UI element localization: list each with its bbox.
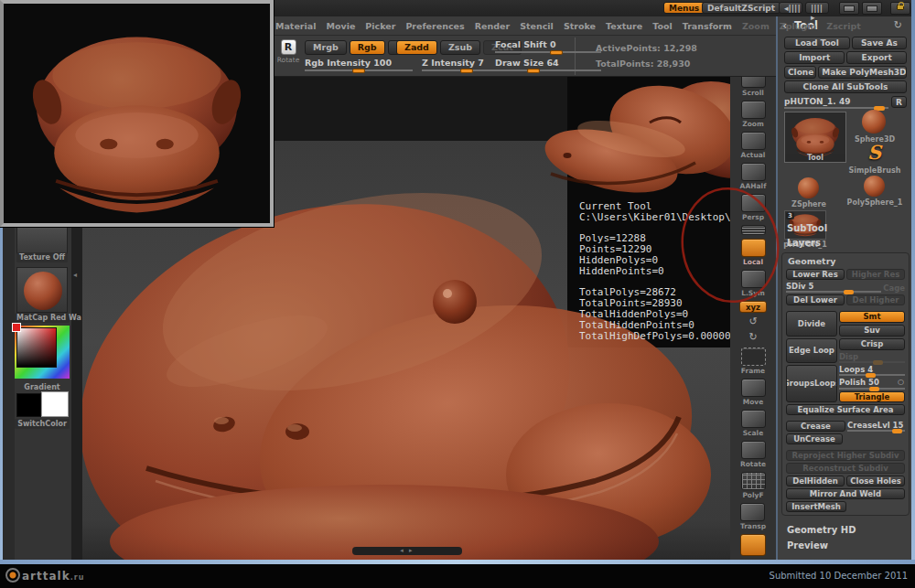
menu-picker[interactable]: Picker: [365, 21, 395, 31]
collapse-arrow-icon[interactable]: ◂: [73, 271, 77, 279]
zsphere-thumb[interactable]: [798, 177, 819, 198]
menu-movie[interactable]: Movie: [326, 21, 355, 31]
polish-slider[interactable]: Polish 50○: [839, 378, 905, 389]
menu-transform[interactable]: Transform: [683, 21, 732, 31]
menu-stroke[interactable]: Stroke: [564, 21, 596, 31]
reconstruct-button: Reconstruct Subdiv: [786, 463, 905, 474]
shelf-l-sym-button[interactable]: L.Sym: [741, 270, 766, 297]
uncrease-button[interactable]: UnCrease: [786, 433, 843, 444]
shelf-spin-left-button[interactable]: ↺: [744, 316, 762, 328]
switch-color-button[interactable]: SwitchColor: [15, 419, 70, 429]
palette-icon[interactable]: [862, 2, 882, 15]
save-as-button[interactable]: Save As: [852, 37, 907, 49]
draw-size-slider[interactable]: Draw Size 64: [495, 58, 601, 71]
rgb-intensity-slider[interactable]: Rgb Intensity 100: [305, 58, 413, 71]
saturation-square[interactable]: [16, 327, 57, 368]
menu-texture[interactable]: Texture: [606, 21, 642, 31]
simplebrush-thumb[interactable]: S: [867, 141, 881, 164]
rgb-toggle[interactable]: Rgb: [350, 40, 385, 55]
menu-preferences[interactable]: Preferences: [405, 21, 464, 31]
mirror-and-weld-button[interactable]: Mirror And Weld: [786, 488, 905, 499]
del-hidden-button[interactable]: DelHidden: [786, 476, 845, 486]
shelf-xyz-button[interactable]: xyz: [739, 301, 767, 313]
load-tool-button[interactable]: Load Tool: [784, 37, 850, 49]
close-holes-button[interactable]: Close Holes: [846, 476, 905, 486]
triangle-toggle[interactable]: Triangle: [839, 391, 905, 402]
crisp-toggle[interactable]: Crisp: [839, 338, 905, 350]
shelf-ghost-toggle-button[interactable]: [740, 534, 766, 556]
crease-lvl-slider[interactable]: CreaseLvl 15: [847, 421, 905, 432]
suv-toggle[interactable]: Suv: [839, 325, 905, 337]
crease-button[interactable]: Crease: [786, 421, 845, 432]
make-polymesh3d-button[interactable]: Make PolyMesh3D: [818, 66, 907, 79]
zsub-toggle[interactable]: Zsub: [440, 40, 480, 55]
focal-shift-slider[interactable]: Focal Shift 0: [495, 39, 601, 53]
active-tool-slider[interactable]: pHUTON_1. 49: [784, 97, 888, 109]
active-points: ActivePoints: 12,298: [596, 40, 697, 56]
menu-zplugin[interactable]: Zplugin: [780, 21, 817, 31]
shelf-frame-button[interactable]: Frame: [741, 347, 766, 375]
shelf-local-button[interactable]: Local: [741, 239, 766, 266]
shelf-aahalf-button[interactable]: AAHalf: [740, 163, 767, 190]
menu-material[interactable]: Material: [275, 21, 316, 31]
active-tool-preview[interactable]: Tool: [784, 112, 846, 163]
menus-button[interactable]: Menus: [663, 2, 705, 14]
shelf-actual-button[interactable]: Actual: [741, 132, 766, 159]
transp-box-icon: [740, 503, 765, 521]
shelf-floor-slider-button[interactable]: [741, 225, 766, 235]
menu-zoom[interactable]: Zoom: [742, 21, 770, 31]
shelf-scale-button[interactable]: Scale: [741, 410, 766, 437]
points-stats: ActivePoints: 12,298 TotalPoints: 28,930: [596, 40, 697, 71]
groups-loops-button[interactable]: GroupsLoops: [786, 365, 837, 402]
del-lower-button[interactable]: Del Lower: [786, 294, 845, 305]
rotate-tool-widget[interactable]: R Rotate: [274, 39, 302, 64]
insert-mesh-button[interactable]: InsertMesh: [786, 501, 846, 512]
export-button[interactable]: Export: [846, 51, 907, 64]
menu-zscript[interactable]: Zscript: [826, 21, 860, 31]
loops-slider[interactable]: Loops 4: [839, 365, 905, 376]
clone-all-subtools-button[interactable]: Clone All SubTools: [784, 80, 907, 93]
canvas-scrollbar[interactable]: ◂ ▸: [352, 547, 462, 555]
panel-reset-icon[interactable]: ↻: [894, 19, 902, 31]
layers-section-header[interactable]: Layers: [787, 238, 821, 248]
menu-stencil[interactable]: Stencil: [520, 21, 554, 31]
sphere3d-thumb[interactable]: [862, 110, 886, 134]
shelf-transp-button[interactable]: Transp: [740, 503, 766, 530]
main-color-swatch[interactable]: [16, 393, 41, 417]
shelf-move-button[interactable]: Move: [741, 379, 766, 406]
mrgb-toggle[interactable]: Mrgb: [305, 40, 347, 55]
layout-icon[interactable]: [839, 2, 859, 15]
lock-icon[interactable]: [890, 2, 910, 15]
equalize-surface-area-button[interactable]: Equalize Surface Area: [786, 404, 905, 415]
shelf-polyf-button[interactable]: PolyF: [741, 472, 766, 499]
shelf-label: PolyF: [742, 491, 763, 499]
scroll-right-button[interactable]: ||||▸: [805, 2, 829, 14]
color-picker[interactable]: [15, 326, 70, 379]
lower-res-button[interactable]: Lower Res: [786, 269, 845, 280]
zadd-toggle[interactable]: Zadd: [396, 40, 437, 55]
scroll-left-button[interactable]: ◂||||: [779, 2, 802, 14]
sdiv-slider[interactable]: SDiv 5: [786, 282, 881, 293]
menu-tool[interactable]: Tool: [652, 21, 673, 31]
smt-toggle[interactable]: Smt: [839, 311, 905, 323]
default-zscript-button[interactable]: DefaultZScript: [702, 2, 780, 14]
polysphere-thumb[interactable]: [864, 176, 885, 197]
shelf-zoom-button[interactable]: Zoom: [741, 101, 766, 128]
menu-render[interactable]: Render: [475, 21, 510, 31]
geometry-hd-section-header[interactable]: Geometry HD: [787, 525, 856, 535]
edge-loop-button[interactable]: Edge Loop: [786, 338, 837, 363]
shelf-rotate-button[interactable]: Rotate: [740, 441, 766, 468]
restore-tool-button[interactable]: R: [891, 96, 907, 108]
import-button[interactable]: Import: [784, 51, 845, 64]
preview-section-header[interactable]: Preview: [787, 540, 828, 551]
rotate-letter: R: [281, 39, 296, 55]
secondary-color-swatch[interactable]: [41, 391, 69, 417]
polysphere-label: PolySphere_1: [845, 198, 904, 207]
subtool-section-header[interactable]: SubTool: [787, 223, 827, 233]
divide-button[interactable]: Divide: [786, 311, 837, 337]
material-slot[interactable]: [16, 267, 68, 313]
shelf-spin-right-button[interactable]: ↻: [744, 332, 762, 344]
clone-button[interactable]: Clone: [784, 66, 816, 79]
geometry-section-header[interactable]: Geometry: [788, 256, 905, 266]
shelf-persp-button[interactable]: Persp: [741, 194, 766, 221]
